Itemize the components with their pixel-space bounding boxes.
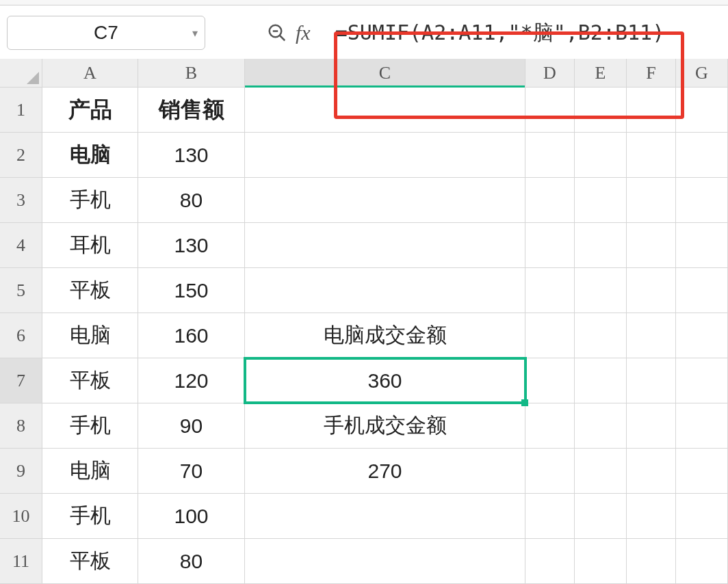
row-header-8[interactable]: 8	[0, 403, 42, 448]
cell-C9[interactable]: 270	[245, 449, 525, 493]
cell-A1[interactable]: 产品	[42, 88, 138, 132]
cell-B11[interactable]: 80	[138, 539, 245, 583]
cell-B8[interactable]: 90	[138, 403, 245, 448]
cell-B1[interactable]: 销售额	[138, 88, 245, 132]
column-header-C[interactable]: C	[245, 59, 525, 87]
cell-F2[interactable]	[627, 133, 676, 177]
row-header-3[interactable]: 3	[0, 178, 42, 222]
select-all-corner[interactable]	[0, 59, 42, 87]
row-header-6[interactable]: 6	[0, 313, 42, 358]
cell-C4[interactable]	[245, 223, 525, 267]
cell-F1[interactable]	[627, 88, 676, 132]
cell-C3[interactable]	[245, 178, 525, 222]
cell-C11[interactable]	[245, 539, 525, 583]
cell-A5[interactable]: 平板	[42, 268, 138, 313]
chevron-down-icon[interactable]: ▾	[192, 27, 198, 40]
cell-D9[interactable]	[525, 449, 575, 493]
row-header-5[interactable]: 5	[0, 268, 42, 313]
cell-A2[interactable]: 电脑	[42, 133, 138, 177]
cell-A8[interactable]: 手机	[42, 403, 138, 448]
cell-B5[interactable]: 150	[138, 268, 245, 313]
cell-F9[interactable]	[627, 449, 676, 493]
cell-F8[interactable]	[627, 403, 676, 448]
cell-E4[interactable]	[575, 223, 627, 267]
column-header-G[interactable]: G	[676, 59, 728, 87]
cell-F5[interactable]	[627, 268, 676, 313]
formula-input[interactable]: =SUMIF(A2:A11,"*脑",B2:B11)	[324, 15, 721, 51]
column-header-E[interactable]: E	[575, 59, 627, 87]
cell-G10[interactable]	[676, 494, 728, 538]
cell-E3[interactable]	[575, 178, 627, 222]
cell-E1[interactable]	[575, 88, 627, 132]
cell-G5[interactable]	[676, 268, 728, 313]
cell-G7[interactable]	[676, 358, 728, 403]
cell-D5[interactable]	[525, 268, 575, 313]
cell-B10[interactable]: 100	[138, 494, 245, 538]
cell-E5[interactable]	[575, 268, 627, 313]
cell-D10[interactable]	[525, 494, 575, 538]
cell-A9[interactable]: 电脑	[42, 449, 138, 493]
cell-D4[interactable]	[525, 223, 575, 267]
cell-D7[interactable]	[525, 358, 575, 403]
cell-B9[interactable]: 70	[138, 449, 245, 493]
cell-D3[interactable]	[525, 178, 575, 222]
row-header-1[interactable]: 1	[0, 88, 42, 132]
cell-E11[interactable]	[575, 539, 627, 583]
row-header-10[interactable]: 10	[0, 494, 42, 538]
cell-G11[interactable]	[676, 539, 728, 583]
cell-F6[interactable]	[627, 313, 676, 358]
cell-E9[interactable]	[575, 449, 627, 493]
cell-B7[interactable]: 120	[138, 358, 245, 403]
cell-E2[interactable]	[575, 133, 627, 177]
cell-G8[interactable]	[676, 403, 728, 448]
cell-D2[interactable]	[525, 133, 575, 177]
row-header-7[interactable]: 7	[0, 358, 42, 403]
cell-B3[interactable]: 80	[138, 178, 245, 222]
cell-A7[interactable]: 平板	[42, 358, 138, 403]
cell-G4[interactable]	[676, 223, 728, 267]
cell-B2[interactable]: 130	[138, 133, 245, 177]
cell-D8[interactable]	[525, 403, 575, 448]
cell-E10[interactable]	[575, 494, 627, 538]
cell-F10[interactable]	[627, 494, 676, 538]
cell-E7[interactable]	[575, 358, 627, 403]
cell-G1[interactable]	[676, 88, 728, 132]
cell-C1[interactable]	[245, 88, 525, 132]
column-header-B[interactable]: B	[138, 59, 245, 87]
cell-G6[interactable]	[676, 313, 728, 358]
row-header-11[interactable]: 11	[0, 539, 42, 583]
row-header-9[interactable]: 9	[0, 449, 42, 493]
cell-D6[interactable]	[525, 313, 575, 358]
cell-F11[interactable]	[627, 539, 676, 583]
cell-C6[interactable]: 电脑成交金额	[245, 313, 525, 358]
cell-G2[interactable]	[676, 133, 728, 177]
row-header-4[interactable]: 4	[0, 223, 42, 267]
cell-C10[interactable]	[245, 494, 525, 538]
row-header-2[interactable]: 2	[0, 133, 42, 177]
cell-A6[interactable]: 电脑	[42, 313, 138, 358]
cell-F7[interactable]	[627, 358, 676, 403]
cell-B4[interactable]: 130	[138, 223, 245, 267]
cell-G3[interactable]	[676, 178, 728, 222]
cell-B6[interactable]: 160	[138, 313, 245, 358]
cell-D11[interactable]	[525, 539, 575, 583]
cell-F3[interactable]	[627, 178, 676, 222]
spreadsheet-grid[interactable]: A B C D E F G 1产品销售额2电脑1303手机804耳机1305平板…	[0, 59, 728, 584]
cell-A4[interactable]: 耳机	[42, 223, 138, 267]
cell-C5[interactable]	[245, 268, 525, 313]
cell-E6[interactable]	[575, 313, 627, 358]
column-header-F[interactable]: F	[627, 59, 676, 87]
cell-G9[interactable]	[676, 449, 728, 493]
cell-D1[interactable]	[525, 88, 575, 132]
cell-A3[interactable]: 手机	[42, 178, 138, 222]
column-header-D[interactable]: D	[525, 59, 575, 87]
name-box[interactable]: C7 ▾	[7, 16, 205, 50]
cell-E8[interactable]	[575, 403, 627, 448]
cell-C7[interactable]: 360	[245, 358, 525, 403]
cell-F4[interactable]	[627, 223, 676, 267]
cell-A10[interactable]: 手机	[42, 494, 138, 538]
zoom-out-icon[interactable]	[267, 23, 287, 43]
column-header-A[interactable]: A	[42, 59, 138, 87]
cell-C8[interactable]: 手机成交金额	[245, 403, 525, 448]
cell-C2[interactable]	[245, 133, 525, 177]
